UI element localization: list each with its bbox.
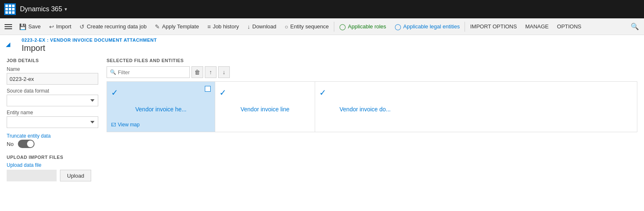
upload-button[interactable]: Upload [60, 170, 91, 181]
select-box-0[interactable] [205, 86, 211, 92]
upload-buttons: Upload [7, 170, 98, 181]
name-input[interactable] [7, 73, 98, 85]
entity-card-1[interactable]: ✓ Vendor invoice line [215, 82, 315, 132]
truncate-value: No [7, 141, 14, 147]
truncate-label: Truncate entity data [7, 133, 98, 139]
applicable-roles-button[interactable]: ◯ Applicable roles [335, 18, 390, 35]
down-arrow-icon: ↓ [223, 69, 226, 75]
right-panel: SELECTED FILES AND ENTITIES 🔍 🗑 ↑ ↓ ✓ [107, 56, 637, 211]
entity-name-0: Vendor invoice he... [111, 98, 211, 115]
entity-name-1: Vendor invoice line [219, 98, 311, 128]
card-header-2: ✓ [319, 86, 411, 98]
filter-funnel-icon[interactable]: ◢ [6, 41, 10, 48]
upload-file-label: Upload data file [7, 162, 98, 168]
separator-1 [334, 22, 334, 32]
truncate-section: Truncate entity data No [7, 133, 98, 148]
entity-name-label: Entity name [7, 110, 98, 116]
app-title-chevron[interactable]: ▾ [65, 6, 67, 12]
save-icon: 💾 [19, 23, 26, 30]
entity-icon: ○ [285, 23, 288, 30]
app-title: Dynamics 365 [20, 5, 62, 13]
recurring-icon: ↺ [80, 23, 85, 30]
check-icon-2: ✓ [319, 88, 326, 98]
job-details-title: JOB DETAILS [7, 58, 98, 63]
source-data-format-label: Source data format [7, 88, 98, 94]
source-data-format-select[interactable] [7, 95, 98, 106]
command-bar: 💾 Save ↩ Import ↺ Create recurring data … [0, 18, 644, 35]
options-button[interactable]: OPTIONS [553, 18, 586, 35]
entities-toolbar: 🔍 🗑 ↑ ↓ [107, 66, 637, 78]
page-title: Import [22, 43, 637, 53]
view-map-link-0[interactable]: 🗠 View map [111, 115, 211, 128]
upload-file-placeholder [7, 170, 57, 181]
entity-name-select[interactable] [7, 116, 98, 128]
filter-input-wrap: 🔍 [107, 66, 190, 78]
separator-2 [465, 22, 465, 32]
up-arrow-icon: ↑ [209, 69, 212, 75]
map-icon-0: 🗠 [111, 122, 116, 128]
delete-button[interactable]: 🗑 [191, 66, 203, 78]
list-icon: ≡ [207, 23, 211, 30]
entity-sequence-button[interactable]: ○ Entity sequence [281, 18, 333, 35]
filter-input[interactable] [107, 66, 190, 78]
entity-name-2: Vendor invoice do... [319, 98, 411, 128]
import-button[interactable]: ↩ Import [45, 18, 76, 35]
roles-icon: ◯ [339, 23, 346, 30]
edit-icon: ✎ [155, 23, 160, 30]
delete-icon: 🗑 [194, 69, 200, 75]
upload-section-title: UPLOAD IMPORT FILES [7, 155, 98, 160]
apply-template-button[interactable]: ✎ Apply Template [151, 18, 203, 35]
card-header-1: ✓ [219, 86, 311, 98]
card-header-0: ✓ [111, 86, 211, 98]
main-content: JOB DETAILS Name Source data format Enti… [0, 56, 644, 211]
selected-files-title: SELECTED FILES AND ENTITIES [107, 58, 637, 63]
hamburger-menu[interactable] [2, 18, 15, 35]
move-down-button[interactable]: ↓ [218, 66, 230, 78]
create-recurring-button[interactable]: ↺ Create recurring data job [75, 18, 151, 35]
left-panel: JOB DETAILS Name Source data format Enti… [7, 56, 98, 211]
filter-search-icon: 🔍 [110, 69, 116, 75]
name-label: Name [7, 66, 98, 72]
search-icon: 🔍 [631, 23, 639, 30]
search-button[interactable]: 🔍 [627, 18, 642, 35]
truncate-toggle-row: No [7, 140, 98, 148]
download-icon: ↓ [247, 23, 250, 30]
manage-button[interactable]: MANAGE [521, 18, 553, 35]
entity-card-2[interactable]: ✓ Vendor invoice do... [315, 82, 415, 132]
top-bar: Dynamics 365 ▾ [0, 0, 644, 18]
check-icon-0: ✓ [111, 88, 118, 98]
breadcrumb: 0223-2-EX : VENDOR INVOICE DOCUMENT ATTA… [6, 35, 644, 43]
source-data-format-wrapper [7, 95, 98, 106]
page-title-area: Import [6, 43, 644, 56]
waffle-button[interactable] [4, 3, 16, 15]
check-icon-1: ✓ [219, 88, 226, 98]
save-button[interactable]: 💾 Save [15, 18, 45, 35]
import-icon: ↩ [49, 23, 54, 30]
import-options-button[interactable]: IMPORT OPTIONS [466, 18, 521, 35]
truncate-toggle[interactable] [18, 140, 35, 148]
move-up-button[interactable]: ↑ [205, 66, 216, 78]
entities-cards: ✓ Vendor invoice he... 🗠 View map ✓ Vend… [107, 81, 637, 132]
job-history-button[interactable]: ≡ Job history [203, 18, 243, 35]
hamburger-icon [5, 24, 12, 29]
entity-card-0[interactable]: ✓ Vendor invoice he... 🗠 View map [107, 82, 215, 132]
legal-icon: ◯ [395, 23, 401, 30]
entity-name-wrapper [7, 116, 98, 128]
download-button[interactable]: ↓ Download [243, 18, 281, 35]
waffle-icon [5, 5, 15, 14]
applicable-legal-entities-button[interactable]: ◯ Applicable legal entities [390, 18, 464, 35]
